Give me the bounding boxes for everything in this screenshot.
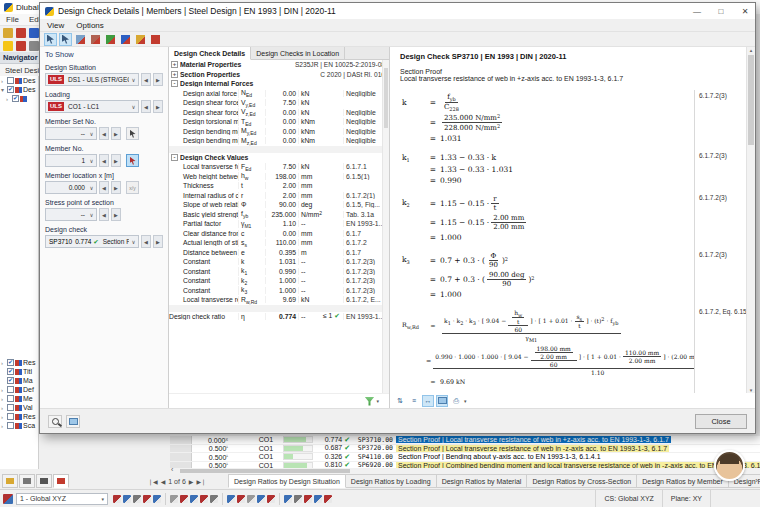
table-row[interactable]: Actual length of stiff bearingss110.00mm… (169, 238, 389, 248)
result-row[interactable]: 0.500¹CO10.326 ✔SP4110.00Section Proof |… (170, 453, 760, 462)
statusbar-tool-icon[interactable] (294, 495, 302, 503)
chart-icon[interactable] (134, 33, 147, 46)
design-situation-select[interactable]: ULSDS1 - ULS (STR/GEO) - Perm...∨ (45, 73, 139, 86)
statusbar-tool-icon[interactable] (267, 495, 275, 503)
next-button[interactable]: ▶ (153, 235, 163, 248)
details-scrollbar[interactable] (382, 60, 389, 393)
tree-checkbox[interactable] (7, 377, 14, 384)
result-diagram-view-tab[interactable] (53, 474, 69, 488)
stress-point-select[interactable]: --∨ (45, 208, 97, 221)
relative-location-toggle[interactable]: x/y (126, 181, 139, 194)
close-button[interactable]: Close (695, 414, 747, 429)
close-icon[interactable]: ✕ (735, 4, 755, 18)
tree-item[interactable]: ▾Des (0, 85, 38, 94)
tree-item[interactable]: ›Val (0, 403, 38, 412)
fit-width-icon[interactable]: ↔ (422, 395, 434, 407)
prev-page-button[interactable]: ◀ (161, 478, 166, 485)
statusbar-tool-icon[interactable] (237, 495, 245, 503)
table-row[interactable]: Thicknesst2.00mm (169, 181, 389, 191)
tree-expander-icon[interactable]: - (171, 154, 178, 161)
tree-checkbox[interactable] (7, 422, 14, 429)
tree-expander-icon[interactable]: › (1, 387, 6, 393)
table-row[interactable]: Internal radius of cornersr2.00mm6.1.7.2… (169, 191, 389, 201)
statusbar-tool-icon[interactable] (284, 495, 292, 503)
tab-design-ratios-by-loading[interactable]: Design Ratios by Loading (346, 474, 437, 488)
toolbar-icon[interactable] (3, 28, 13, 38)
tab-design-ratios-by-design-situation[interactable]: Design Ratios by Design Situation (228, 474, 346, 488)
loading-select[interactable]: ULSCO1 - LC1∨ (45, 100, 139, 113)
tree-checkbox[interactable] (7, 359, 14, 366)
tabs-scroll-right-icon[interactable]: › (755, 476, 758, 485)
maximize-button[interactable]: □ (711, 4, 731, 18)
tree-item[interactable]: ›Des (0, 76, 38, 85)
toolbar-icon[interactable] (29, 28, 39, 38)
prev-button[interactable]: ◀ (141, 235, 151, 248)
table-row[interactable]: Design shear forceVy,Ed7.50kN (169, 98, 389, 108)
next-button[interactable]: ▶ (111, 127, 121, 140)
display-options-icon[interactable] (66, 415, 80, 428)
statusbar-tool-icon[interactable] (190, 495, 198, 503)
pick-in-model-icon[interactable] (126, 127, 139, 140)
table-row[interactable]: Design bending momentMz,Ed0.00kNmNegligi… (169, 136, 389, 146)
tree-expander-icon[interactable]: + (171, 71, 178, 78)
chevron-down-icon[interactable]: ∨ (129, 239, 138, 245)
avatar[interactable] (714, 450, 745, 481)
next-button[interactable]: ▶ (111, 181, 121, 194)
tree-expander-icon[interactable]: › (1, 405, 6, 411)
hscroll-thumb[interactable] (180, 469, 350, 473)
tree-checkbox[interactable] (7, 368, 14, 375)
table-row[interactable]: Local transverse forceFEd7.50kN6.1.7.1 (169, 162, 389, 172)
statusbar-tool-icon[interactable] (257, 495, 265, 503)
tree-item[interactable]: ›Sca (0, 421, 38, 430)
table-row[interactable]: Constantk31.000--6.1.7.2(3) (169, 286, 389, 296)
formula-scrollbar[interactable]: ▴ ▾ (746, 47, 755, 393)
print-preview-icon[interactable] (48, 415, 62, 428)
result-row[interactable]: 0.000xCO10.774 ✔SP3710.00Section Proof |… (170, 436, 760, 445)
table-row[interactable]: -Design Check Values (169, 153, 389, 163)
next-button[interactable]: ▶ (111, 208, 121, 221)
statusbar-tool-icon[interactable] (170, 495, 178, 503)
toolbar-icon[interactable] (3, 41, 13, 51)
tree-item[interactable]: ›Me (0, 394, 38, 403)
table-row[interactable]: +Section PropertiesC 2020 | DASt Rl. 016 (169, 70, 389, 80)
tree-expander-icon[interactable]: › (6, 96, 11, 102)
tree-expander-icon[interactable]: - (171, 80, 178, 87)
prev-button[interactable]: ◀ (99, 208, 109, 221)
chevron-down-icon[interactable]: ∨ (129, 77, 138, 83)
chevron-down-icon[interactable]: ∨ (87, 212, 96, 218)
statusbar-tool-icon[interactable] (143, 495, 151, 503)
statusbar-tool-icon[interactable] (153, 495, 161, 503)
statusbar-tool-icon[interactable] (210, 495, 218, 503)
design-check-select[interactable]: SP37100.774 ✔Section Proof ...∨ (45, 235, 139, 248)
statusbar-tool-icon[interactable] (324, 495, 332, 503)
result-levels-icon[interactable] (74, 33, 87, 46)
dialog-menu-options[interactable]: Options (76, 21, 104, 30)
tree-expander-icon[interactable]: ▾ (1, 86, 6, 93)
chevron-down-icon[interactable]: ∨ (87, 158, 96, 164)
table-row[interactable]: Distance between nearest oppo...e0.395m6… (169, 248, 389, 258)
tree-checkbox[interactable] (7, 77, 14, 84)
scroll-left-icon[interactable]: ‹ (171, 466, 173, 473)
table-row[interactable]: Constantk10.990--6.1.7.2(3) (169, 267, 389, 277)
table-row[interactable]: Constantk1.031--6.1.7.2(3) (169, 257, 389, 267)
table-row[interactable]: Design torsional momentTEd0.00kNmNegligi… (169, 117, 389, 127)
tree-item[interactable]: › (0, 94, 38, 103)
scrollbar-thumb[interactable] (748, 55, 754, 145)
table-row[interactable]: Design check ratioη0.774--≤ 1 ✔EN 1993-1… (169, 312, 389, 322)
table-row[interactable]: Basic yield strengthfyb235.000N/mm2Tab. … (169, 210, 389, 220)
tree-expander-icon[interactable]: › (1, 396, 6, 402)
prev-button[interactable]: ◀ (99, 127, 109, 140)
tree-item[interactable]: Titl (0, 367, 38, 376)
filter-caret-icon[interactable]: ▾ (376, 398, 379, 404)
image-export-icon[interactable] (436, 395, 448, 407)
statusbar-tool-icon[interactable] (304, 495, 312, 503)
scroll-down-icon[interactable]: ▾ (750, 387, 753, 393)
minimize-button[interactable]: — (687, 4, 707, 18)
prev-button[interactable]: ◀ (99, 154, 109, 167)
chevron-down-icon[interactable]: ∨ (87, 185, 96, 191)
table-row[interactable]: Design axial forceNEd0.00kNNegligible (169, 89, 389, 99)
table-row[interactable]: Local transverse resistance of webRw,Rd9… (169, 295, 389, 305)
member-no-select[interactable]: 1∨ (45, 154, 97, 167)
table-row[interactable]: Clear distance from free endc0.00mm6.1.7 (169, 229, 389, 239)
tree-expander-icon[interactable]: › (1, 78, 6, 84)
